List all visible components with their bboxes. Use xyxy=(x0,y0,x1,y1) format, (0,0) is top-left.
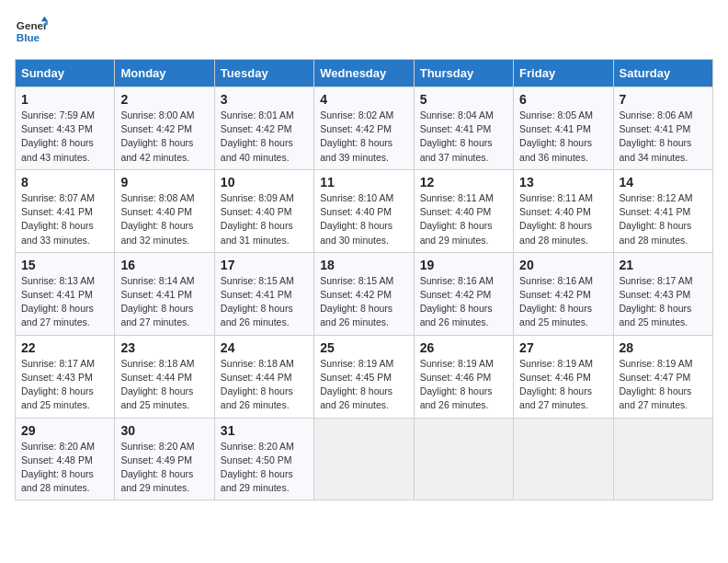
cell-info: Sunrise: 8:12 AMSunset: 4:41 PMDaylight:… xyxy=(620,192,693,246)
day-number: 3 xyxy=(221,92,308,107)
cell-info: Sunrise: 8:19 AMSunset: 4:45 PMDaylight:… xyxy=(320,358,393,411)
calendar-cell: 18Sunrise: 8:15 AMSunset: 4:42 PMDayligh… xyxy=(314,252,414,335)
logo-icon: General Blue xyxy=(15,15,48,48)
cell-info: Sunrise: 8:08 AMSunset: 4:40 PMDaylight:… xyxy=(120,192,194,246)
cell-info: Sunrise: 8:14 AMSunset: 4:41 PMDaylight:… xyxy=(120,275,194,328)
week-row-3: 15Sunrise: 8:13 AMSunset: 4:41 PMDayligh… xyxy=(16,252,713,335)
cell-info: Sunrise: 8:16 AMSunset: 4:42 PMDaylight:… xyxy=(519,275,593,328)
cell-info: Sunrise: 8:11 AMSunset: 4:40 PMDaylight:… xyxy=(420,192,494,246)
day-number: 10 xyxy=(221,175,308,190)
day-number: 12 xyxy=(420,175,507,190)
cell-info: Sunrise: 8:19 AMSunset: 4:46 PMDaylight:… xyxy=(519,358,593,411)
calendar-cell: 10Sunrise: 8:09 AMSunset: 4:40 PMDayligh… xyxy=(214,169,313,252)
calendar-cell: 20Sunrise: 8:16 AMSunset: 4:42 PMDayligh… xyxy=(514,252,613,335)
calendar-cell: 29Sunrise: 8:20 AMSunset: 4:48 PMDayligh… xyxy=(16,418,115,500)
calendar-cell: 9Sunrise: 8:08 AMSunset: 4:40 PMDaylight… xyxy=(115,169,214,252)
day-number: 27 xyxy=(519,340,607,355)
day-number: 31 xyxy=(221,423,308,438)
calendar-cell: 30Sunrise: 8:20 AMSunset: 4:49 PMDayligh… xyxy=(115,418,214,500)
day-number: 22 xyxy=(21,340,108,355)
day-number: 23 xyxy=(120,340,208,355)
calendar-cell: 6Sunrise: 8:05 AMSunset: 4:41 PMDaylight… xyxy=(514,87,613,170)
cell-info: Sunrise: 8:15 AMSunset: 4:41 PMDaylight:… xyxy=(221,275,294,328)
cell-info: Sunrise: 8:02 AMSunset: 4:42 PMDaylight:… xyxy=(320,109,393,163)
day-number: 16 xyxy=(120,258,208,272)
day-number: 28 xyxy=(620,340,707,355)
day-number: 14 xyxy=(620,175,707,190)
logo: General Blue xyxy=(15,15,29,48)
cell-info: Sunrise: 8:10 AMSunset: 4:40 PMDaylight:… xyxy=(320,192,393,246)
calendar-cell: 27Sunrise: 8:19 AMSunset: 4:46 PMDayligh… xyxy=(514,335,613,418)
day-number: 5 xyxy=(420,92,507,107)
col-header-saturday: Saturday xyxy=(613,60,712,87)
day-number: 20 xyxy=(519,258,607,272)
day-number: 7 xyxy=(620,92,707,107)
calendar-cell: 15Sunrise: 8:13 AMSunset: 4:41 PMDayligh… xyxy=(16,252,115,335)
calendar-cell: 13Sunrise: 8:11 AMSunset: 4:40 PMDayligh… xyxy=(514,169,613,252)
calendar-cell: 8Sunrise: 8:07 AMSunset: 4:41 PMDaylight… xyxy=(16,169,115,252)
cell-info: Sunrise: 8:13 AMSunset: 4:41 PMDaylight:… xyxy=(21,275,95,328)
day-number: 13 xyxy=(519,175,607,190)
day-number: 21 xyxy=(620,258,707,272)
cell-info: Sunrise: 8:16 AMSunset: 4:42 PMDaylight:… xyxy=(420,275,494,328)
day-number: 18 xyxy=(320,258,407,272)
page-header: General Blue xyxy=(15,15,713,48)
calendar-cell: 22Sunrise: 8:17 AMSunset: 4:43 PMDayligh… xyxy=(16,335,115,418)
cell-info: Sunrise: 8:11 AMSunset: 4:40 PMDaylight:… xyxy=(519,192,593,246)
calendar-cell: 28Sunrise: 8:19 AMSunset: 4:47 PMDayligh… xyxy=(613,335,712,418)
cell-info: Sunrise: 8:06 AMSunset: 4:41 PMDaylight:… xyxy=(620,109,693,163)
calendar-cell: 3Sunrise: 8:01 AMSunset: 4:42 PMDaylight… xyxy=(214,87,313,170)
calendar-table: SundayMondayTuesdayWednesdayThursdayFrid… xyxy=(15,59,713,500)
cell-info: Sunrise: 8:15 AMSunset: 4:42 PMDaylight:… xyxy=(320,275,393,328)
calendar-cell: 11Sunrise: 8:10 AMSunset: 4:40 PMDayligh… xyxy=(314,169,414,252)
week-row-5: 29Sunrise: 8:20 AMSunset: 4:48 PMDayligh… xyxy=(16,418,713,500)
cell-info: Sunrise: 8:04 AMSunset: 4:41 PMDaylight:… xyxy=(420,109,494,163)
calendar-cell xyxy=(314,418,414,500)
calendar-cell: 2Sunrise: 8:00 AMSunset: 4:42 PMDaylight… xyxy=(115,87,214,170)
week-row-2: 8Sunrise: 8:07 AMSunset: 4:41 PMDaylight… xyxy=(16,169,713,252)
calendar-cell: 16Sunrise: 8:14 AMSunset: 4:41 PMDayligh… xyxy=(115,252,214,335)
cell-info: Sunrise: 8:19 AMSunset: 4:46 PMDaylight:… xyxy=(420,358,494,411)
calendar-cell: 7Sunrise: 8:06 AMSunset: 4:41 PMDaylight… xyxy=(613,87,712,170)
cell-info: Sunrise: 8:01 AMSunset: 4:42 PMDaylight:… xyxy=(221,109,294,163)
cell-info: Sunrise: 8:18 AMSunset: 4:44 PMDaylight:… xyxy=(120,358,194,411)
calendar-cell xyxy=(613,418,712,500)
day-number: 26 xyxy=(420,340,507,355)
svg-text:Blue: Blue xyxy=(17,31,40,43)
col-header-monday: Monday xyxy=(115,60,214,87)
day-number: 29 xyxy=(21,423,108,438)
day-number: 24 xyxy=(221,340,308,355)
day-number: 25 xyxy=(320,340,407,355)
calendar-cell: 24Sunrise: 8:18 AMSunset: 4:44 PMDayligh… xyxy=(214,335,313,418)
day-number: 4 xyxy=(320,92,407,107)
cell-info: Sunrise: 8:17 AMSunset: 4:43 PMDaylight:… xyxy=(21,358,95,411)
col-header-thursday: Thursday xyxy=(414,60,513,87)
week-row-4: 22Sunrise: 8:17 AMSunset: 4:43 PMDayligh… xyxy=(16,335,713,418)
calendar-cell: 31Sunrise: 8:20 AMSunset: 4:50 PMDayligh… xyxy=(214,418,313,500)
cell-info: Sunrise: 7:59 AMSunset: 4:43 PMDaylight:… xyxy=(21,109,95,163)
day-number: 30 xyxy=(120,423,208,438)
col-header-tuesday: Tuesday xyxy=(214,60,313,87)
cell-info: Sunrise: 8:20 AMSunset: 4:48 PMDaylight:… xyxy=(21,441,95,494)
day-number: 19 xyxy=(420,258,507,272)
col-header-sunday: Sunday xyxy=(16,60,115,87)
cell-info: Sunrise: 8:20 AMSunset: 4:50 PMDaylight:… xyxy=(221,441,294,494)
day-number: 2 xyxy=(120,92,208,107)
cell-info: Sunrise: 8:18 AMSunset: 4:44 PMDaylight:… xyxy=(221,358,294,411)
calendar-cell xyxy=(514,418,613,500)
day-number: 17 xyxy=(221,258,308,272)
calendar-cell: 23Sunrise: 8:18 AMSunset: 4:44 PMDayligh… xyxy=(115,335,214,418)
calendar-cell: 17Sunrise: 8:15 AMSunset: 4:41 PMDayligh… xyxy=(214,252,313,335)
day-number: 9 xyxy=(120,175,208,190)
calendar-cell: 19Sunrise: 8:16 AMSunset: 4:42 PMDayligh… xyxy=(414,252,513,335)
cell-info: Sunrise: 8:20 AMSunset: 4:49 PMDaylight:… xyxy=(120,441,194,494)
calendar-cell xyxy=(414,418,513,500)
col-header-wednesday: Wednesday xyxy=(314,60,414,87)
cell-info: Sunrise: 8:07 AMSunset: 4:41 PMDaylight:… xyxy=(21,192,95,246)
cell-info: Sunrise: 8:09 AMSunset: 4:40 PMDaylight:… xyxy=(221,192,294,246)
day-number: 6 xyxy=(519,92,607,107)
col-header-friday: Friday xyxy=(514,60,613,87)
day-number: 11 xyxy=(320,175,407,190)
cell-info: Sunrise: 8:00 AMSunset: 4:42 PMDaylight:… xyxy=(120,109,194,163)
cell-info: Sunrise: 8:17 AMSunset: 4:43 PMDaylight:… xyxy=(620,275,693,328)
